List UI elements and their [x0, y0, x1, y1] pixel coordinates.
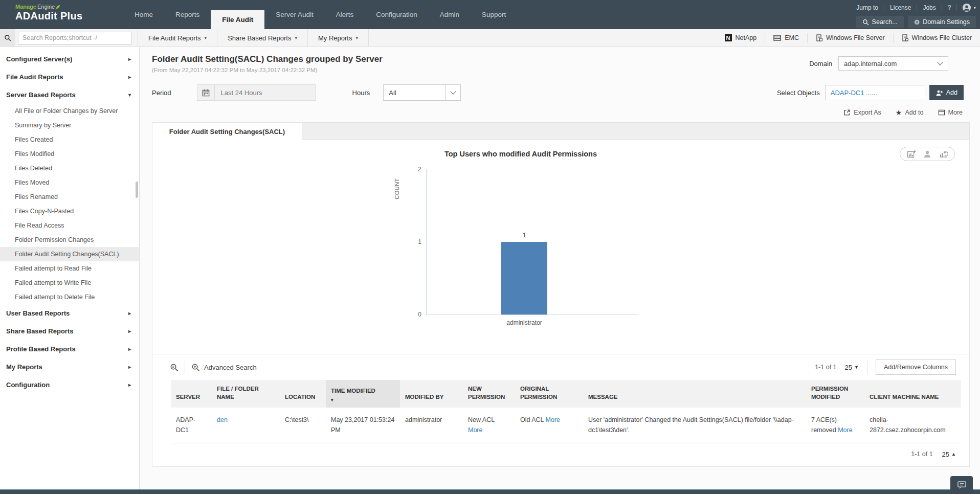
expand-arrow-icon: ▸	[128, 346, 131, 352]
global-search-button[interactable]: Search...	[856, 16, 904, 28]
column-header[interactable]: CLIENT MACHINE NAME	[864, 380, 961, 408]
avatar-icon	[962, 3, 971, 12]
export-as-button[interactable]: Export As	[843, 109, 881, 116]
gear-icon: ⚙	[914, 19, 920, 26]
sidebar-item[interactable]: Configured Server(s) ▸	[0, 50, 139, 68]
jump-to-link[interactable]: Jump to	[851, 4, 884, 11]
sidebar-item[interactable]: Files Created	[0, 132, 139, 147]
column-header[interactable]: TIME MODIFIED ▾	[326, 380, 400, 408]
advanced-search-link[interactable]: Advanced Search	[204, 364, 257, 371]
select-objects-input[interactable]: ADAP-DC1 ......	[825, 85, 925, 100]
user-chart-icon[interactable]	[923, 150, 931, 158]
column-header[interactable]: ORIGINAL PERMISSION	[515, 380, 583, 408]
product-name: ADAudit Plus	[15, 10, 115, 22]
chevron-up-icon: ▲	[951, 452, 956, 457]
platform-windows-file-server[interactable]: Windows File Server	[807, 33, 893, 43]
sidebar-item[interactable]: Files Moved	[0, 175, 139, 190]
jobs-link[interactable]: Jobs	[917, 4, 942, 11]
result-range: 1-1 of 1	[911, 451, 932, 458]
domain-settings-button[interactable]: ⚙ Domain Settings	[908, 16, 976, 28]
chat-support-button[interactable]	[950, 476, 973, 494]
expand-arrow-icon: ▸	[128, 310, 131, 316]
sidebar-item[interactable]: Profile Based Reports ▸	[0, 340, 139, 358]
column-header[interactable]: MODIFIED BY	[400, 380, 463, 408]
sidebar-item[interactable]: Configuration ▸	[0, 376, 139, 394]
chat-bubble-icon	[957, 481, 967, 489]
permission-modified-more-link[interactable]: More	[838, 426, 852, 434]
sidebar-item[interactable]: User Based Reports ▸	[0, 304, 139, 322]
sidebar-item[interactable]: Folder Permission Changes	[0, 233, 139, 247]
column-header[interactable]: LOCATION	[280, 380, 326, 408]
report-date-range: (From May 22,2017 04:22:32 PM to May 23,…	[152, 67, 383, 73]
nav-tab[interactable]: Support	[471, 0, 517, 29]
platform-netapp[interactable]: N NetApp	[717, 33, 765, 43]
domain-label: Domain	[809, 60, 832, 68]
original-permission-more-link[interactable]: More	[546, 416, 560, 423]
domain-select[interactable]: adap.internal.com	[838, 56, 948, 71]
report-search-input[interactable]	[18, 32, 131, 44]
sidebar-item[interactable]: Failed attempt to Read File	[0, 261, 139, 276]
sidebar-item[interactable]: Files Deleted	[0, 161, 139, 175]
cell-message: User 'administrator' Changed the Audit S…	[583, 408, 806, 443]
sidebar-item[interactable]: Failed attempt to Delete File	[0, 290, 139, 304]
column-header[interactable]: NEW PERMISSION	[463, 380, 515, 408]
sidebar-item[interactable]: All File or Folder Changes by Server	[0, 104, 139, 118]
platform-emc[interactable]: EMC	[765, 33, 807, 43]
platform-windows-file-cluster[interactable]: Windows File Cluster	[893, 33, 980, 43]
table-toolbar: Advanced Search 1-1 of 1 25 ▼ Add/Remove…	[152, 354, 969, 380]
sidebar-item[interactable]: Folder Audit Setting Changes(SACL)	[0, 247, 139, 261]
add-object-button[interactable]: Add	[929, 85, 964, 100]
column-header[interactable]: SERVER	[171, 380, 212, 408]
sidebar-item[interactable]: File Audit Reports ▸	[0, 68, 139, 86]
report-search-icon-button[interactable]	[0, 29, 15, 47]
chevron-down-icon: ▾	[973, 5, 976, 10]
column-search-icon[interactable]	[170, 363, 179, 372]
sidebar-item[interactable]: Files Renamed	[0, 190, 139, 204]
nav-tab[interactable]: Alerts	[325, 0, 365, 29]
page-size-dropdown[interactable]: 25 ▼	[845, 364, 859, 371]
sidebar-item[interactable]: Files Copy-N-Pasted	[0, 204, 139, 218]
report-panel: Folder Audit Setting Changes(SACL) Top U…	[152, 122, 970, 467]
more-button[interactable]: More	[938, 109, 963, 116]
help-link[interactable]: ?	[942, 4, 957, 11]
search-icon	[862, 19, 869, 26]
add-chart-icon[interactable]	[907, 150, 916, 158]
new-permission-more-link[interactable]: More	[468, 426, 482, 434]
nav-tab[interactable]: Configuration	[365, 0, 428, 29]
tab-folder-audit-setting-changes[interactable]: Folder Audit Setting Changes(SACL)	[152, 123, 302, 140]
license-link[interactable]: License	[884, 4, 917, 11]
chevron-down-icon: ▾	[205, 35, 207, 40]
nav-tab[interactable]: Admin	[429, 0, 471, 29]
nav-tab[interactable]: Reports	[164, 0, 211, 29]
file-folder-link[interactable]: den	[217, 416, 228, 423]
add-remove-columns-button[interactable]: Add/Remove Columns	[876, 360, 956, 375]
nav-tab[interactable]: File Audit	[211, 10, 264, 29]
sidebar-item[interactable]: My Reports ▸	[0, 358, 139, 376]
sidebar-item[interactable]: Summary by Server	[0, 118, 139, 132]
chart-bar	[501, 242, 547, 315]
y-tick: 0	[406, 311, 421, 318]
period-picker[interactable]: Last 24 Hours	[197, 84, 316, 101]
report-menu-dropdown[interactable]: My Reports ▾	[308, 29, 369, 47]
sidebar-item[interactable]: Share Based Reports ▸	[0, 322, 139, 340]
column-header[interactable]: PERMISSION MODIFIED	[806, 380, 864, 408]
user-menu[interactable]: ▾	[957, 3, 976, 12]
hours-select[interactable]: All	[383, 84, 461, 101]
sidebar-scrollbar-thumb[interactable]	[136, 182, 138, 198]
column-header[interactable]: MESSAGE	[583, 380, 806, 408]
column-header[interactable]: FILE / FOLDER NAME	[212, 380, 280, 408]
sidebar-item[interactable]: Failed attempt to Write File	[0, 276, 139, 290]
cell-new-permission: New ACL	[468, 416, 495, 423]
chart-area: Top Users who modified Audit Permissions…	[152, 140, 969, 354]
page-size-dropdown[interactable]: 25 ▲	[942, 451, 956, 458]
add-to-button[interactable]: ★ Add to	[896, 109, 924, 116]
report-menu-dropdown[interactable]: Share Based Reports ▾	[217, 29, 308, 47]
sidebar-item[interactable]: File Read Access	[0, 218, 139, 233]
nav-tab[interactable]: Home	[123, 0, 164, 29]
sidebar-item[interactable]: Server Based Reports ▾	[0, 86, 139, 104]
sidebar-item[interactable]: Files Modified	[0, 147, 139, 161]
nav-tab[interactable]: Server Audit	[264, 0, 325, 29]
expand-arrow-icon: ▸	[128, 328, 131, 334]
report-menu-dropdown[interactable]: File Audit Reports ▾	[138, 29, 217, 47]
refresh-chart-icon[interactable]	[939, 150, 948, 158]
